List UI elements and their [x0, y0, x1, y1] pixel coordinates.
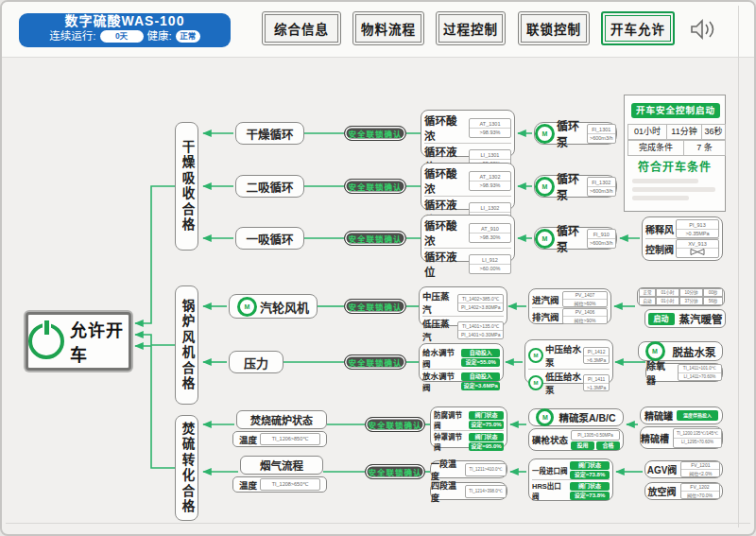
- deaerator-tag: TI_1411>101.0℃LI_1411>70.60%: [678, 364, 722, 381]
- startup-safety-panel: 开车安全控制启动 01小时 11分钟 36秒 完成条件 7 条 符合开车条件: [624, 95, 726, 212]
- flue-temp-tag: TI_1208>650℃: [260, 478, 320, 491]
- motor-icon: M: [535, 177, 555, 197]
- pump-label: 循环泵: [557, 222, 585, 254]
- sulfur-pit-label: 精硫槽: [641, 431, 669, 445]
- lp-steam-label: 低压蒸汽: [422, 317, 455, 343]
- startup-safety-button[interactable]: 开车安全控制启动: [631, 103, 720, 118]
- stage1-temp-box: 一段温度 TI_1211>410.0℃: [430, 460, 507, 478]
- sulfur-tank-badge: 温度伴热投入: [677, 410, 718, 421]
- exhaust-valve-tag: PV_1406阀位>90%: [562, 308, 608, 324]
- interlock-confirm-button[interactable]: 安全联锁确认: [344, 354, 406, 370]
- flue-valves-box: 一段进口阀阀门状态设定=73.8% HRS出口阀阀门状态设定=73.8%: [528, 458, 613, 501]
- power-icon: [28, 323, 64, 359]
- nav-startup-button[interactable]: 开车允许: [601, 11, 675, 45]
- permit-start-box: 允许开车: [26, 312, 131, 371]
- steam-valves-box: 进汽阀PV_1407阀位>60% 排汽阀PV_1406阀位>90%: [528, 288, 611, 324]
- anticorrosion-valve-badges: 阀门状态设定=75.0%: [469, 411, 504, 429]
- plant-title-box: 数字硫酸WAS-100 连续运行: 0天 健康: 正常: [19, 13, 231, 47]
- page-title: 数字硫酸WAS-100: [19, 13, 231, 29]
- nav-info-button[interactable]: 综合信息: [262, 11, 341, 45]
- stage4-temp-label: 四段温度: [431, 479, 463, 504]
- inlet-valve-tag: PV_1407阀位>60%: [562, 291, 608, 307]
- agv-valve-box: AGV阀 FV_1201阀位<2.0%: [644, 460, 723, 478]
- dilution-air-tag: PI_913>0.35MPa: [676, 219, 719, 238]
- pump-label: 循环泵: [557, 170, 585, 202]
- stage1-inlet-valve-badges: 阀门状态设定=73.8%: [570, 461, 610, 479]
- motor-icon: M: [535, 124, 555, 144]
- stage4-temp-box: 四段温度 TI_1214>398.0℃: [430, 482, 507, 500]
- lp-feed-pump-tag: PI_1411>1.3MPa: [583, 374, 610, 391]
- faint-note-3: [632, 196, 689, 200]
- speaker-icon[interactable]: [689, 17, 717, 42]
- header-bar: 数字硫酸WAS-100 连续运行: 0天 健康: 正常 综合信息 物料流程 过程…: [2, 2, 754, 58]
- nav-material-button[interactable]: 物料流程: [352, 11, 424, 45]
- pump-box: M 循环泵 FI_910>600m3/h: [534, 227, 617, 250]
- bell-valve-label: 钟罩调节阀: [434, 431, 467, 452]
- acid-level-tag: LI_912>60.00%: [469, 254, 511, 274]
- dry-cycle-conditions: 循环酸浓AT_1301>98.93% 循环液位LI_1301>55.00%: [421, 110, 515, 157]
- elapsed-seconds: 36秒: [701, 125, 725, 139]
- elapsed-time-row: 01小时 11分钟 36秒: [627, 124, 726, 140]
- pump-tag: FI_1301>600m3/h: [587, 124, 617, 144]
- inlet-valve-label: 进汽阀: [532, 293, 559, 306]
- feedwater-valve-conditions: 给水调节阀自动投入设定=55.0% 放水调节阀自动投入设定=3.6MPa: [419, 343, 504, 382]
- sulfur-pit-box: 精硫槽 TI_1200:135℃/145℃LI_1295>70.60%: [640, 426, 723, 449]
- control-valve-tag: XV_913: [676, 239, 719, 258]
- drain-valve-badges: 自动投入设定=3.6MPa: [461, 372, 500, 390]
- node-flue-gas: 烟气流程: [240, 456, 323, 475]
- dilution-air-box: 稀释风PI_913>0.35MPa 控制阀XV_913: [642, 216, 723, 261]
- steam-warm-start-button[interactable]: 启动: [648, 313, 675, 325]
- steam-warm-timer: 正常01小时10分钟00秒 启动01小时37分钟56秒: [637, 287, 725, 306]
- furnace-temp-tag: TI_1206>850℃: [260, 433, 320, 445]
- category-dry-absorb: 干燥吸收合格: [175, 122, 198, 251]
- elapsed-hours: 01小时: [628, 125, 666, 139]
- nav-process-button[interactable]: 过程控制: [436, 11, 506, 45]
- window-bottom-edge: [6, 523, 750, 524]
- sulfur-gun-label: 磺枪状态: [532, 433, 568, 446]
- done-conditions-row: 完成条件 7 条: [627, 140, 726, 156]
- interlock-confirm-button[interactable]: 安全联锁确认: [344, 299, 406, 314]
- pump-tag: FI_1302>600m3/h: [587, 177, 617, 197]
- nav-interlock-button[interactable]: 联锁控制: [518, 11, 590, 45]
- startup-status-text: 符合开车条件: [625, 158, 725, 174]
- pump-box: M 循环泵 FI_1301>600m3/h: [534, 122, 617, 145]
- motor-icon: M: [535, 229, 555, 249]
- elapsed-minutes: 11分钟: [666, 125, 701, 139]
- sulfur-gun-box: 磺枪状态 PI_1305>0.50MPa 投用合格: [528, 428, 624, 451]
- control-valve-label: 控制阀: [645, 242, 674, 256]
- lp-steam-tag: TI_1401>135.0℃PI_1401>0.30MPa: [457, 321, 504, 339]
- temp-label: 温度: [239, 478, 257, 492]
- second-absorb-conditions: 循环酸浓AT_1302>98.93% 循环液位LI_1302>55.00%: [421, 163, 515, 210]
- sulfur-pump-box: M 精硫泵A/B/C: [528, 408, 624, 426]
- interlock-confirm-button[interactable]: 安全联锁确认: [365, 464, 425, 479]
- interlock-confirm-button[interactable]: 安全联锁确认: [344, 179, 406, 194]
- vent-valve-box: 放空阀 FV_1202阀位>70.0%: [644, 482, 723, 500]
- mp-feed-pump-label: 中压给水泵: [545, 342, 581, 369]
- faint-note-1: [632, 179, 698, 183]
- lp-feed-pump-label: 低压给水泵: [545, 370, 581, 396]
- feed-valve-badges: 自动投入设定=55.0%: [461, 349, 500, 367]
- sulfur-pit-tag: TI_1200:135℃/145℃LI_1295>70.60%: [673, 428, 722, 448]
- stage4-temp-tag: TI_1214>398.0℃: [465, 485, 507, 498]
- vent-valve-label: 放空阀: [648, 484, 677, 498]
- interlock-confirm-button[interactable]: 安全联锁确认: [365, 417, 425, 432]
- sulfur-pump-label: 精硫泵A/B/C: [558, 410, 615, 424]
- furnace-temp-box: 温度 TI_1206>850℃: [232, 431, 327, 447]
- desalt-pump-label: 脱盐水泵: [673, 344, 716, 359]
- stage1-temp-tag: TI_1211>410.0℃: [465, 463, 507, 476]
- pump-tag: FI_910>600m3/h: [587, 229, 617, 249]
- interlock-confirm-button[interactable]: 安全联锁确认: [344, 126, 406, 141]
- done-value: 7 条: [683, 141, 725, 155]
- window-right-edge: [738, 6, 739, 527]
- pump-box: M 循环泵 FI_1302>600m3/h: [534, 175, 617, 198]
- acid-conc-label: 循环酸浓: [424, 165, 467, 196]
- node-dry-cycle: 干燥循环: [235, 122, 304, 145]
- steam-warm-box: 启动 蒸汽暖管: [644, 309, 726, 328]
- node-first-absorb: 一吸循环: [235, 227, 304, 250]
- stage1-inlet-valve-label: 一段进口阀: [532, 465, 568, 475]
- node-pressure: 压力: [229, 351, 284, 373]
- motor-icon: M: [528, 375, 543, 390]
- interlock-confirm-button[interactable]: 安全联锁确认: [344, 231, 406, 246]
- node-turbine-fan: M汽轮风机: [229, 294, 318, 319]
- hrs-outlet-valve-label: HRS出口阀: [532, 480, 568, 501]
